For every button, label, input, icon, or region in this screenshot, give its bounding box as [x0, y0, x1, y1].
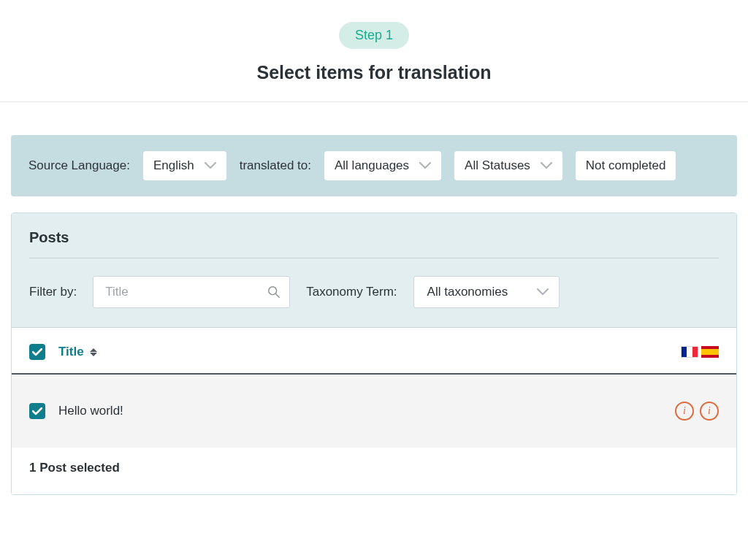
title-search-input[interactable] [105, 285, 267, 299]
translation-status-icon[interactable]: i [700, 402, 719, 421]
posts-table: Title Hello world! i i [12, 328, 736, 494]
checkmark-icon [32, 348, 42, 356]
sort-icon [90, 348, 97, 356]
source-language-label: Source Language: [28, 158, 130, 173]
translated-to-value: All languages [335, 158, 409, 173]
source-language-value: English [153, 158, 194, 173]
taxonomy-select[interactable]: All taxonomies [413, 276, 560, 308]
title-search-field[interactable] [93, 276, 290, 308]
row-select-cell [29, 403, 58, 419]
row-status-icons: i i [675, 402, 719, 421]
chevron-down-icon [419, 162, 431, 169]
title-column-label: Title [58, 345, 84, 359]
posts-heading: Posts [29, 213, 719, 258]
filters-bar: Source Language: English translated to: … [11, 135, 737, 196]
translated-to-label: translated to: [240, 158, 311, 173]
posts-section: Posts Filter by: Taxonomy Term: All taxo… [11, 212, 737, 495]
chevron-down-icon [537, 288, 549, 296]
taxonomy-value: All taxonomies [427, 285, 508, 299]
chevron-down-icon [541, 162, 552, 169]
flag-fr-icon [681, 346, 698, 358]
page-title: Select items for translation [0, 62, 748, 83]
select-all-cell [29, 344, 58, 360]
page-header: Step 1 Select items for translation [0, 0, 748, 102]
table-row: Hello world! i i [12, 375, 736, 448]
step-badge: Step 1 [339, 22, 409, 49]
table-header-row: Title [12, 328, 736, 375]
selection-count: 1 Post selected [12, 448, 736, 494]
flag-es-icon [701, 346, 719, 358]
select-all-checkbox[interactable] [29, 344, 45, 360]
svg-line-1 [276, 294, 280, 298]
checkmark-icon [32, 407, 42, 415]
row-checkbox[interactable] [29, 403, 45, 419]
posts-header-area: Posts Filter by: Taxonomy Term: All taxo… [12, 213, 736, 328]
status-select[interactable]: All Statuses [454, 151, 562, 180]
svg-point-0 [269, 287, 277, 295]
chevron-down-icon [205, 162, 216, 169]
status-value: All Statuses [465, 158, 530, 173]
language-flags-header [681, 346, 719, 358]
title-column-header[interactable]: Title [58, 345, 681, 359]
source-language-select[interactable]: English [143, 151, 226, 180]
filter-by-label: Filter by: [29, 285, 77, 299]
completion-value: Not completed [586, 158, 666, 173]
row-title: Hello world! [58, 404, 675, 418]
taxonomy-term-label: Taxonomy Term: [306, 285, 397, 299]
search-icon [267, 285, 280, 299]
translated-to-select[interactable]: All languages [324, 151, 441, 180]
completion-select[interactable]: Not completed [576, 151, 676, 180]
sub-filters: Filter by: Taxonomy Term: All taxonomies [29, 258, 719, 308]
translation-status-icon[interactable]: i [675, 402, 694, 421]
